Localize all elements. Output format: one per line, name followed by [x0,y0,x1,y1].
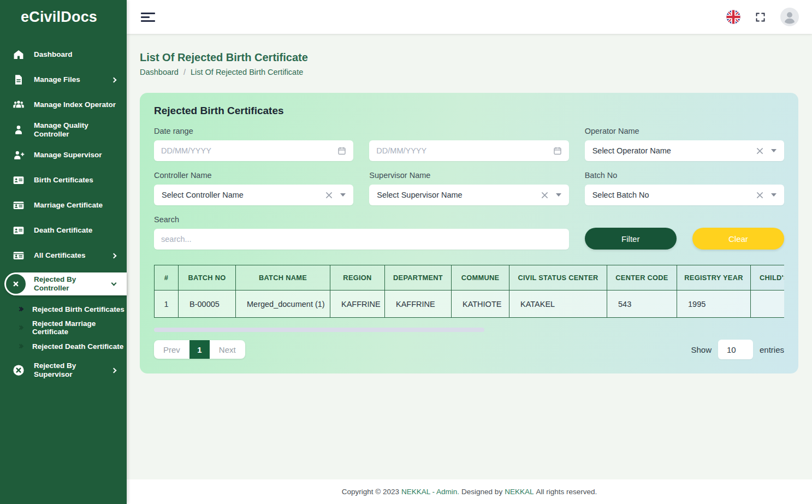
users-icon [12,98,25,111]
cell-childs [751,290,785,318]
sidebar-item-label: Dashboard [34,50,119,59]
breadcrumb-current: List Of Rejected Birth Certificate [191,68,303,76]
footer: Copyright © 2023 NEKKAL - Admin. Designe… [127,479,812,504]
chevrons-right-icon [18,326,26,329]
col-center-code: CENTER CODE [607,265,677,290]
batch-no-label: Batch No [585,171,784,180]
card-title: Rejected Birth Certificates [154,105,784,117]
date-from-field: Date range [154,127,353,161]
sidebar-item-rejected-by-controller[interactable]: Rejected By Controller [5,272,127,295]
col-index: # [155,265,179,290]
sidebar-item-rejected-by-supervisor[interactable]: Rejected By Supervisor [0,358,127,383]
supervisor-name-field: Supervisor Name Select Supervisor Name [369,171,568,205]
chevron-down-icon [111,281,117,286]
clear-selection-icon[interactable] [541,192,548,199]
pagination: Prev 1 Next [154,340,245,359]
uk-flag-language-icon[interactable] [726,10,740,24]
operator-name-field: Operator Name Select Operator Name [585,127,784,161]
breadcrumb-dashboard-link[interactable]: Dashboard [140,68,179,76]
submenu-item-rejected-marriage-certificate[interactable]: Rejected Marriage Certificate [0,318,127,337]
clear-button[interactable]: Clear [692,228,784,250]
footer-brand-link[interactable]: NEKKAL [505,488,534,496]
calendar-icon[interactable] [337,146,347,156]
entries-count-input[interactable] [718,340,753,359]
sidebar-item-manage-files[interactable]: Manage Files [0,67,127,92]
batch-no-select[interactable]: Select Batch No [585,185,784,205]
col-commune: COMMUNE [452,265,509,290]
x-circle-icon [4,272,27,295]
sidebar-item-death-certificate[interactable]: Death Certificate [0,218,127,243]
supervisor-name-select[interactable]: Select Supervisor Name [369,185,568,205]
fullscreen-icon[interactable] [755,11,766,23]
chevron-right-icon [111,253,117,258]
cell-registry-year: 1995 [677,290,751,318]
date-to-input[interactable] [376,146,552,155]
sidebar-item-manage-supervisor[interactable]: Manage Supervisor [0,143,127,168]
footer-copyright: Copyright © 2023 [342,488,399,496]
prev-page-button[interactable]: Prev [154,340,189,359]
id-card-icon [12,174,25,187]
user-icon [12,123,25,137]
app-logo[interactable]: eCivilDocs [0,0,127,34]
rejected-certificates-table: # BATCH NO BATCH NAME REGION DEPARTMENT … [154,265,784,318]
filter-button[interactable]: Filter [585,228,677,250]
id-card-icon [12,199,25,212]
user-avatar[interactable] [780,8,799,26]
col-civil-status-center: CIVIL STATUS CENTER [509,265,607,290]
sidebar-nav: Dashboard Manage Files Manage Index Oper… [0,34,127,383]
x-circle-icon [12,364,25,377]
show-label: Show [691,345,712,354]
submenu-item-label: Rejected Birth Certificates [32,305,125,313]
user-plus-icon [12,149,25,162]
clear-selection-icon[interactable] [756,147,763,155]
dropdown-caret-icon [771,149,777,152]
date-from-input[interactable] [161,146,337,155]
filter-buttons: Filter Clear [585,228,784,250]
sidebar: eCivilDocs Dashboard Manage Files Man [0,0,127,504]
topbar [127,0,812,34]
horizontal-scrollbar [154,328,784,332]
chevron-right-icon [111,77,117,82]
results-table-wrap: # BATCH NO BATCH NAME REGION DEPARTMENT … [154,265,784,318]
col-department: DEPARTMENT [385,265,452,290]
submenu-item-label: Rejected Marriage Certificate [32,319,127,336]
sidebar-item-marriage-certificate[interactable]: Marriage Certificate [0,193,127,218]
submenu-item-rejected-birth-certificates[interactable]: Rejected Birth Certificates [0,300,127,318]
clear-selection-icon[interactable] [756,192,763,199]
supervisor-name-label: Supervisor Name [369,171,568,180]
breadcrumb-separator: / [183,68,186,76]
date-range-label: Date range [154,127,353,135]
clear-selection-icon[interactable] [325,192,333,199]
current-page-button[interactable]: 1 [189,340,210,359]
search-label: Search [154,215,569,224]
footer-brand-link[interactable]: NEKKAL - Admin. [401,488,459,496]
sidebar-item-dashboard[interactable]: Dashboard [0,42,127,67]
sidebar-item-manage-index-operator[interactable]: Manage Index Operator [0,92,127,117]
id-card-icon [12,249,25,262]
sidebar-item-label: Manage Quality Controller [34,121,119,139]
table-footer-row: Prev 1 Next Show entries [154,340,784,359]
sidebar-item-label: Manage Supervisor [34,151,119,159]
table-row: 1 B-00005 Merged_document (1) KAFFRINE K… [155,290,785,318]
filter-grid: Date range [154,127,784,250]
search-field: Search [154,215,569,250]
sidebar-item-birth-certificates[interactable]: Birth Certificates [0,168,127,193]
search-input[interactable] [161,235,562,244]
next-page-button[interactable]: Next [210,340,245,359]
controller-name-select[interactable]: Select Controller Name [154,185,353,205]
col-registry-year: REGISTRY YEAR [677,265,751,290]
sidebar-item-label: Marriage Certificate [34,201,119,210]
hamburger-menu-icon[interactable] [140,10,156,24]
batch-no-field: Batch No Select Batch No [585,171,784,205]
sidebar-item-all-certificates[interactable]: All Certificates [0,243,127,268]
file-icon [12,73,25,86]
calendar-icon[interactable] [553,146,562,156]
id-card-icon [12,224,25,237]
submenu-item-rejected-death-certificate[interactable]: Rejected Death Certificate [0,337,127,355]
breadcrumb: Dashboard / List Of Rejected Birth Certi… [140,68,798,76]
dropdown-caret-icon [771,193,777,197]
horizontal-scrollbar-thumb[interactable] [154,328,484,332]
sidebar-item-manage-quality-controller[interactable]: Manage Quality Controller [0,117,127,143]
sidebar-item-label: Rejected By Supervisor [34,361,112,379]
operator-name-select[interactable]: Select Operator Name [585,140,784,161]
